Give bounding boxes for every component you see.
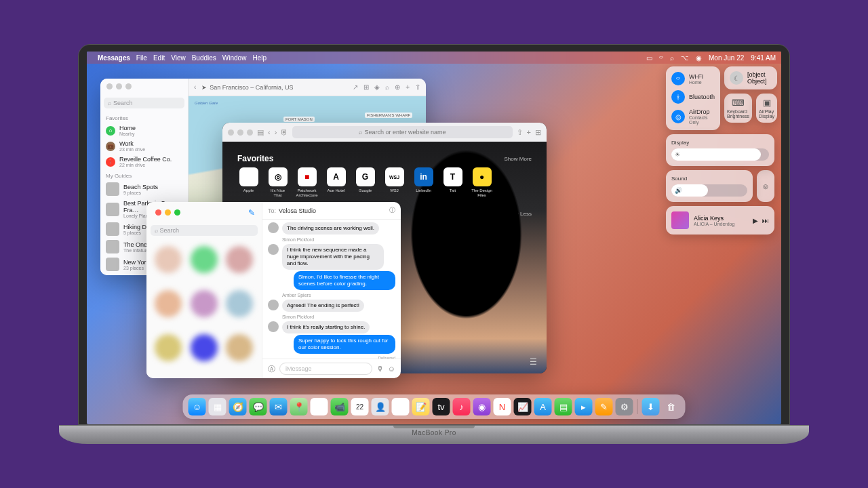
menubar-item-view[interactable]: View xyxy=(171,54,186,62)
safari-favorite-item[interactable]: Apple xyxy=(237,167,260,197)
safari-url-input[interactable]: ⌕Search or enter website name xyxy=(292,126,512,138)
cc-keyboard-brightness[interactable]: ⌨Keyboard Brightness xyxy=(724,94,752,123)
dock-app-mail[interactable]: ✉ xyxy=(270,398,288,415)
compose-icon[interactable]: ✎ xyxy=(248,208,259,218)
cc-dnd-toggle[interactable]: ☾ [object Object] xyxy=(724,66,777,89)
maps-traffic-lights[interactable] xyxy=(100,79,188,94)
dock-downloads[interactable]: ⬇ xyxy=(642,398,660,415)
wifi-icon[interactable]: ⌔ xyxy=(659,54,663,62)
maps-favorite-item[interactable]: 💼Work23 min drive xyxy=(100,138,188,154)
menubar-item-help[interactable]: Help xyxy=(252,54,267,62)
menubar-date[interactable]: Mon Jun 22 xyxy=(709,54,744,62)
dock-app-music[interactable]: ♪ xyxy=(453,398,471,415)
menubar-item-buddies[interactable]: Buddies xyxy=(192,54,216,62)
cc-display-slider[interactable]: ☀ xyxy=(671,148,769,161)
messages-avatar-grid[interactable] xyxy=(146,238,262,378)
play-icon[interactable]: ▶ xyxy=(753,217,758,224)
shield-icon[interactable]: ⛨ xyxy=(281,128,288,136)
dock-app-reminders[interactable]: ☑ xyxy=(392,398,410,415)
avatar[interactable] xyxy=(155,246,182,273)
dock-app-calendar[interactable]: 22 xyxy=(351,398,369,415)
spotlight-icon[interactable]: ⌕ xyxy=(670,54,674,62)
messages-traffic-lights[interactable] xyxy=(149,205,186,220)
dock-trash[interactable]: 🗑 xyxy=(663,398,680,415)
apps-icon[interactable]: Ⓐ xyxy=(268,364,275,374)
dock-app-news[interactable]: N xyxy=(494,398,511,415)
safari-traffic-lights[interactable] xyxy=(228,129,253,136)
dock-app-appstore[interactable]: A xyxy=(534,398,552,415)
dock-app-launchpad[interactable]: ▦ xyxy=(209,398,226,415)
share-icon[interactable]: ⇧ xyxy=(517,128,523,137)
control-center-icon[interactable]: ⌥ xyxy=(681,54,689,62)
avatar[interactable] xyxy=(191,334,218,361)
safari-favorite-item[interactable]: inLinkedIn xyxy=(412,167,435,197)
avatar[interactable] xyxy=(226,246,253,273)
maps-settings-icon[interactable]: ⊕ xyxy=(395,83,400,91)
dock-app-maps[interactable]: 📍 xyxy=(290,398,308,415)
maps-favorite-item[interactable]: ⌂HomeNearby xyxy=(100,123,188,138)
maps-favorite-item[interactable]: 📍Reveille Coffee Co.22 min drive xyxy=(100,154,188,169)
maps-search-input[interactable]: ⌕Search xyxy=(104,98,184,108)
messages-search-input[interactable]: ⌕ Search xyxy=(151,225,258,236)
cc-airdrop-toggle[interactable]: ◎ AirDropContacts Only xyxy=(671,108,715,125)
safari-favorite-item[interactable]: WSJWSJ xyxy=(383,167,406,197)
avatar[interactable] xyxy=(226,334,253,361)
menubar-item-window[interactable]: Window xyxy=(222,54,247,62)
details-icon[interactable]: ⓘ xyxy=(389,206,395,215)
safari-favorite-item[interactable]: ◎It's Nice That xyxy=(267,167,289,197)
cc-wifi-toggle[interactable]: ⌔ Wi-FiHome xyxy=(671,72,715,85)
dock-app-tv[interactable]: tv xyxy=(433,398,450,415)
safari-favorite-item[interactable]: ●The Design Files xyxy=(471,167,493,197)
microphone-icon[interactable]: 🎙 xyxy=(376,365,384,373)
cc-sound-slider[interactable]: 🔊 xyxy=(671,184,747,197)
cc-audio-output[interactable]: ◎ xyxy=(757,170,774,202)
forward-icon[interactable]: › xyxy=(275,128,277,136)
safari-favorite-item[interactable]: GGoogle xyxy=(354,167,376,197)
maps-directions-icon[interactable]: ↗ xyxy=(353,83,358,91)
imessage-input[interactable]: iMessage xyxy=(279,363,372,375)
maps-binoculars-icon[interactable]: ⌕ xyxy=(385,83,389,91)
emoji-icon[interactable]: ☺ xyxy=(388,365,395,373)
avatar[interactable] xyxy=(191,290,218,317)
dock-app-pages[interactable]: ✎ xyxy=(595,398,613,415)
dock-app-notes[interactable]: 📝 xyxy=(412,398,430,415)
show-more-button[interactable]: Show More xyxy=(505,156,532,162)
maps-3d-icon[interactable]: ⊞ xyxy=(363,83,369,91)
dock-app-settings[interactable]: ⚙ xyxy=(616,398,633,415)
maps-layers-icon[interactable]: ◈ xyxy=(374,83,380,91)
cc-bluetooth-toggle[interactable]: ᚼ Bluetooth xyxy=(671,90,715,104)
menubar-item-file[interactable]: File xyxy=(136,54,147,62)
maps-guide-item[interactable]: Beach Spots9 places xyxy=(100,180,188,198)
menubar-time[interactable]: 9:41 AM xyxy=(751,54,776,62)
avatar[interactable] xyxy=(191,246,218,273)
safari-favorite-item[interactable]: ■Patchwork Architecture xyxy=(296,167,318,197)
dock-app-keynote[interactable]: ▸ xyxy=(575,398,593,415)
cc-airplay[interactable]: ▣AirPlay Display xyxy=(756,94,777,123)
new-tab-icon[interactable]: + xyxy=(527,128,531,136)
next-icon[interactable]: ⏭ xyxy=(762,217,769,224)
safari-favorite-item[interactable]: TTait xyxy=(441,167,464,197)
dock-app-numbers[interactable]: ▤ xyxy=(555,398,572,415)
maps-share-icon[interactable]: ⇧ xyxy=(415,83,420,91)
dock-app-podcasts[interactable]: ◉ xyxy=(473,398,491,415)
menubar-app-name[interactable]: Messages xyxy=(98,54,130,62)
dock-app-facetime[interactable]: 📹 xyxy=(331,398,349,415)
safari-favorite-item[interactable]: AAce Hotel xyxy=(325,167,347,197)
tabs-icon[interactable]: ⊞ xyxy=(535,128,541,137)
maps-back-icon[interactable]: ‹ xyxy=(194,83,196,91)
back-icon[interactable]: ‹ xyxy=(268,128,271,136)
siri-icon[interactable]: ◉ xyxy=(696,54,702,62)
battery-icon[interactable]: ▭ xyxy=(646,54,652,62)
dock-app-contacts[interactable]: 👤 xyxy=(372,398,389,415)
dock-app-messages[interactable]: 💬 xyxy=(250,398,267,415)
customize-icon[interactable]: ☰ xyxy=(530,357,537,367)
dock-app-photos[interactable]: ✿ xyxy=(311,398,328,415)
avatar[interactable] xyxy=(155,334,182,361)
maps-add-icon[interactable]: + xyxy=(406,83,410,91)
menubar-item-edit[interactable]: Edit xyxy=(153,54,165,62)
avatar[interactable] xyxy=(155,290,182,317)
dock-app-finder[interactable]: ☺ xyxy=(189,398,206,415)
dock-app-stocks[interactable]: 📈 xyxy=(514,398,532,415)
avatar[interactable] xyxy=(226,290,253,317)
sidebar-toggle-icon[interactable]: ▤ xyxy=(257,128,264,137)
